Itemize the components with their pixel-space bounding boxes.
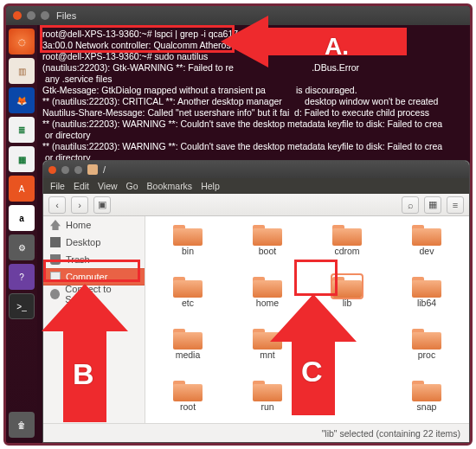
menu-item-edit[interactable]: Edit: [74, 181, 89, 191]
annotation-arrow-c: C: [270, 294, 357, 415]
folder-icon: [412, 223, 441, 246]
nautilus-menubar: FileEditViewGoBookmarksHelp: [43, 178, 469, 194]
folder-snap[interactable]: snap: [388, 379, 466, 423]
settings-icon[interactable]: ⚙: [9, 234, 35, 260]
annotation-label-c: C: [301, 355, 323, 388]
item-label: bin: [182, 246, 194, 256]
nautilus-titlebar: /: [43, 161, 469, 178]
folder-media[interactable]: media: [149, 327, 227, 375]
window-maximize-button[interactable]: [41, 11, 49, 20]
firefox-icon[interactable]: 🦊: [9, 87, 35, 113]
folder-bin[interactable]: bin: [149, 223, 227, 272]
folder-icon: [412, 379, 441, 401]
nautilus-maximize-button[interactable]: [74, 166, 82, 174]
window-title: Files: [56, 10, 76, 21]
libreoffice-icon[interactable]: ≣: [9, 117, 35, 143]
nautilus-minimize-button[interactable]: [61, 166, 69, 174]
files-icon[interactable]: ▥: [9, 58, 35, 84]
sidebar-item-desktop[interactable]: Desktop: [43, 234, 145, 251]
item-label: media: [176, 350, 201, 360]
folder-icon: [332, 223, 362, 246]
folder-icon: [173, 275, 203, 298]
item-label: boot: [259, 246, 276, 256]
forward-button[interactable]: ›: [71, 196, 88, 214]
menu-item-bookmarks[interactable]: Bookmarks: [147, 181, 193, 191]
folder-icon: [412, 275, 441, 298]
folder-icon: [173, 223, 203, 246]
menu-item-file[interactable]: File: [50, 181, 65, 191]
dash-icon[interactable]: ◌: [9, 29, 35, 55]
svg-marker-1: [42, 284, 128, 422]
software-center-icon[interactable]: A: [9, 176, 35, 202]
grid-view-button[interactable]: ▦: [424, 196, 441, 214]
annotation-arrow-b: B: [42, 284, 128, 422]
item-label: etc: [182, 298, 194, 308]
item-label: lib64: [417, 298, 436, 308]
item-label: root: [180, 401, 196, 412]
libreoffice-calc-icon[interactable]: ▦: [9, 146, 35, 172]
item-label: dev: [420, 246, 434, 256]
item-label: snap: [417, 401, 437, 412]
svg-marker-0: [221, 16, 407, 67]
terminal-line: or directory: [42, 130, 465, 141]
nautilus-statusbar: "lib" selected (containing 22 items): [43, 423, 469, 442]
folder-proc[interactable]: proc: [388, 327, 466, 375]
status-text: "lib" selected (containing 22 items): [322, 428, 460, 439]
search-button[interactable]: ⌕: [402, 196, 419, 214]
item-label: proc: [418, 350, 435, 360]
menu-item-go[interactable]: Go: [126, 181, 138, 191]
terminal-line: or directory: [42, 152, 465, 160]
amazon-icon[interactable]: a: [9, 205, 35, 231]
terminal-icon[interactable]: >_: [9, 293, 35, 319]
folder-boot[interactable]: boot: [228, 223, 306, 272]
annotation-label-a: A.: [325, 33, 349, 61]
window-close-button[interactable]: [13, 11, 22, 20]
trash-icon[interactable]: 🗑: [9, 412, 35, 438]
item-label: cdrom: [334, 246, 359, 256]
folder-icon: [173, 379, 203, 401]
folder-lib64[interactable]: lib64: [388, 275, 466, 324]
nautilus-path: /: [103, 164, 106, 175]
folder-icon: [253, 223, 282, 246]
help-icon[interactable]: ?: [9, 264, 35, 290]
menu-item-help[interactable]: Help: [201, 181, 220, 191]
sidebar-item-computer[interactable]: Computer: [43, 268, 145, 285]
terminal-line: Nautilus-Share-Message: Called "net user…: [42, 107, 465, 119]
folder-root[interactable]: root: [149, 379, 227, 423]
annotation-arrow-a: A.: [221, 16, 411, 98]
folder-icon: [87, 164, 98, 175]
nautilus-close-button[interactable]: [48, 166, 56, 174]
list-view-button[interactable]: ≡: [447, 196, 464, 214]
folder-icon: [173, 327, 203, 350]
folder-etc[interactable]: etc: [149, 275, 227, 324]
unity-launcher: ◌ ▥ 🦊 ≣ ▦ A a ⚙ ? >_ 🗑: [6, 25, 37, 443]
folder-icon: [412, 327, 441, 350]
terminal-line: ** (nautilus:22203): WARNING **: Couldn'…: [42, 119, 465, 130]
annotation-label-b: B: [73, 357, 94, 391]
nautilus-toolbar: ‹ › ▣ ⌕ ▦ ≡: [43, 194, 469, 216]
sidebar-item-home[interactable]: Home: [43, 216, 145, 234]
folder-dev[interactable]: dev: [388, 223, 466, 272]
back-button[interactable]: ‹: [48, 196, 66, 214]
sidebar-item-trash[interactable]: Trash: [43, 251, 145, 268]
menu-item-view[interactable]: View: [98, 181, 118, 191]
window-minimize-button[interactable]: [27, 11, 35, 20]
terminal-line: ** (nautilus:22203): WARNING **: Couldn'…: [42, 141, 465, 152]
computer-button[interactable]: ▣: [93, 196, 111, 214]
folder-cdrom[interactable]: cdrom: [308, 223, 386, 272]
